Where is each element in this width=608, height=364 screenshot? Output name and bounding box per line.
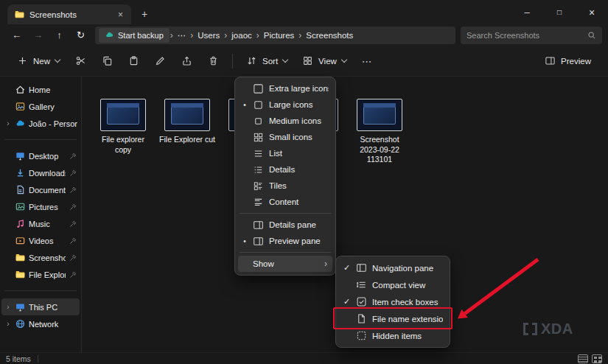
maximize-button[interactable]: □ (543, 0, 576, 24)
radio-indicator: • (242, 237, 248, 245)
menu-item-list[interactable]: List (238, 145, 332, 161)
search-box[interactable] (461, 27, 602, 44)
desktop-icon (15, 150, 26, 161)
sidebar-item-videos[interactable]: Videos (1, 232, 80, 249)
sidebar-item-label: Downloads (29, 169, 66, 178)
toolbar-divider (232, 54, 233, 69)
sidebar-item-network[interactable]: › Network (1, 315, 80, 332)
sidebar-item-this-pc[interactable]: › This PC (1, 298, 80, 315)
breadcrumb-overflow[interactable]: ⋯ (174, 30, 190, 41)
more-options-button[interactable]: ⋯ (354, 50, 380, 72)
menu-item-compact-view[interactable]: Compact view (339, 276, 447, 293)
command-toolbar: New Sort View ⋯ Preview (0, 46, 608, 77)
address-bar: ← → ↑ ↻ Start backup › ⋯ › Users › joaoc… (0, 24, 608, 46)
expander-chevron-icon[interactable]: › (4, 303, 12, 311)
rename-button[interactable] (147, 50, 172, 72)
sidebar-item-music[interactable]: Music (1, 215, 80, 232)
view-button[interactable]: View (296, 50, 353, 72)
details-view-toggle-icon[interactable] (578, 354, 588, 363)
sidebar-item-pictures[interactable]: Pictures (1, 198, 80, 215)
thumbnail-titlebar (363, 103, 396, 108)
tab-title: Screenshots (29, 10, 110, 19)
thumbnail-titlebar (107, 103, 139, 108)
xda-logo-text: XDA (541, 321, 573, 336)
sidebar-item-label: Documents (29, 186, 66, 195)
menu-item-file-name-extensions[interactable]: File name extensions (339, 310, 447, 327)
sidebar-item-documents[interactable]: Documents (1, 181, 80, 198)
sidebar-item-downloads[interactable]: Downloads (1, 164, 80, 181)
new-button-label: New (33, 57, 50, 66)
refresh-button[interactable]: ↻ (70, 27, 91, 44)
sidebar-item-label: João - Personal (29, 119, 77, 128)
show-submenu: ✓ Navigation pane Compact view ✓ Item ch… (335, 256, 450, 348)
file-item[interactable]: File explorer copy (95, 99, 151, 155)
delete-button[interactable] (200, 50, 226, 72)
file-name-extensions-icon (356, 313, 367, 324)
menu-item-extra-large-icons[interactable]: Extra large icons (238, 80, 332, 97)
preview-toggle-button[interactable]: Preview (538, 50, 598, 72)
new-tab-button[interactable]: + (135, 5, 154, 23)
this-pc-icon (15, 301, 26, 312)
medium-icons-icon (253, 116, 264, 127)
cut-button[interactable] (68, 50, 93, 72)
sidebar-item-onedrive-personal[interactable]: › João - Personal (1, 115, 80, 132)
menu-item-label: Details pane (269, 220, 329, 229)
onedrive-backup-icon (105, 30, 114, 40)
thumbnail-titlebar (171, 103, 203, 108)
breadcrumb-users[interactable]: Users (194, 31, 223, 40)
sidebar-item-label: Videos (29, 237, 66, 245)
pin-icon (69, 220, 77, 228)
menu-item-item-check-boxes[interactable]: ✓ Item check boxes (339, 293, 447, 310)
menu-item-label: File name extensions (372, 315, 443, 323)
menu-item-details-pane[interactable]: Details pane (238, 217, 332, 233)
tab-close-icon[interactable]: × (114, 8, 127, 21)
menu-item-show[interactable]: Show › (238, 256, 332, 272)
share-button[interactable] (174, 50, 199, 72)
thumbnail-view-toggle-icon[interactable] (592, 354, 602, 363)
menu-item-hidden-items[interactable]: Hidden items (339, 327, 447, 344)
file-item[interactable]: File Explorer cut (159, 99, 215, 145)
file-item[interactable]: Screenshot 2023-09-22 113101 (352, 99, 408, 165)
forward-button[interactable]: → (27, 27, 49, 44)
expander-chevron-icon[interactable]: › (4, 119, 12, 127)
sidebar-item-gallery[interactable]: Gallery (1, 98, 80, 115)
up-button[interactable]: ↑ (49, 27, 70, 44)
minimize-button[interactable]: – (511, 0, 543, 24)
compact-view-icon (356, 279, 367, 290)
menu-item-tiles[interactable]: Tiles (238, 178, 332, 194)
hidden-items-icon (356, 330, 367, 341)
sidebar-item-home[interactable]: Home (1, 81, 80, 98)
search-input[interactable] (467, 31, 587, 40)
start-backup-label: Start backup (118, 31, 164, 40)
breadcrumb-pictures[interactable]: Pictures (260, 31, 298, 40)
sidebar-item-screenshots[interactable]: Screenshots (1, 249, 80, 266)
menu-item-preview-pane[interactable]: • Preview pane (238, 233, 332, 249)
explorer-tab[interactable]: Screenshots × (7, 4, 131, 24)
menu-item-content[interactable]: Content (238, 194, 332, 210)
menu-item-navigation-pane[interactable]: ✓ Navigation pane (339, 259, 447, 276)
back-button[interactable]: ← (6, 27, 27, 44)
sidebar-item-desktop[interactable]: Desktop (1, 147, 80, 164)
menu-item-large-icons[interactable]: • Large icons (238, 97, 332, 113)
file-name: File Explorer cut (159, 135, 215, 145)
sort-button[interactable]: Sort (240, 50, 294, 72)
folder-icon (15, 252, 26, 263)
file-name: Screenshot 2023-09-22 113101 (352, 135, 408, 165)
menu-item-small-icons[interactable]: Small icons (238, 129, 332, 145)
start-backup-button[interactable]: Start backup (99, 28, 170, 43)
menu-item-medium-icons[interactable]: Medium icons (238, 113, 332, 129)
address-field[interactable]: Start backup › ⋯ › Users › joaoc › Pictu… (95, 27, 455, 44)
breadcrumb-screenshots[interactable]: Screenshots (302, 31, 357, 40)
pin-icon (69, 152, 77, 161)
expander-chevron-icon[interactable]: › (4, 320, 12, 328)
breadcrumb-joaoc[interactable]: joaoc (228, 31, 256, 40)
navigation-pane-icon (356, 262, 367, 273)
copy-button[interactable] (94, 50, 119, 72)
sidebar-item-file-explorer[interactable]: File Explorer (1, 266, 80, 283)
folder-icon (15, 269, 26, 280)
close-button[interactable]: × (576, 0, 608, 24)
new-button[interactable]: New (10, 50, 66, 72)
sidebar-item-label: File Explorer (29, 270, 66, 279)
menu-item-details[interactable]: Details (238, 161, 332, 178)
paste-button[interactable] (121, 50, 146, 72)
